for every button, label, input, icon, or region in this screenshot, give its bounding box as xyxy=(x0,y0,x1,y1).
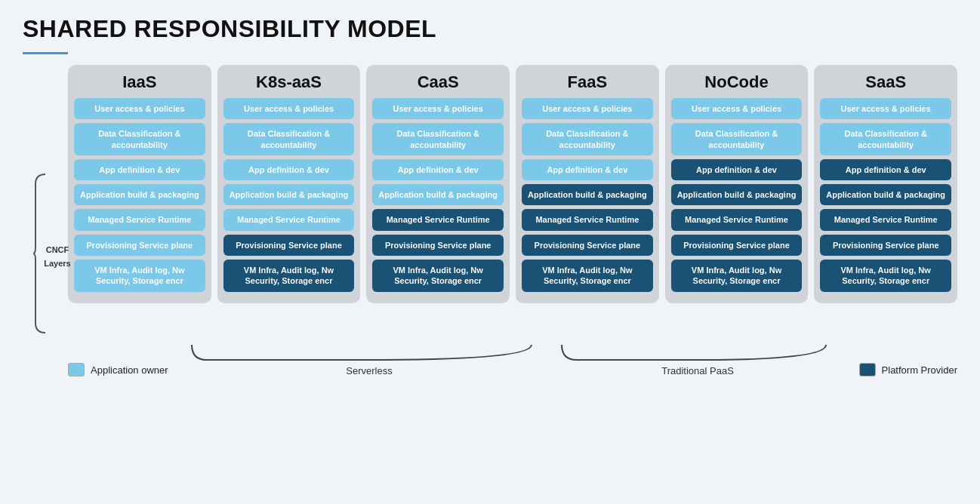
cell-faas-0: User access & policies xyxy=(522,98,653,119)
cell-k8saas-5: Provisioning Service plane xyxy=(223,235,355,256)
platform-provider-color xyxy=(859,363,876,376)
cell-faas-2: App definition & dev xyxy=(522,159,653,180)
app-owner-color xyxy=(68,363,85,376)
cell-k8saas-1: Data Classification & accountability xyxy=(223,123,355,155)
column-iaas: IaaSUser access & policiesData Classific… xyxy=(68,65,211,303)
cell-faas-5: Provisioning Service plane xyxy=(522,235,653,256)
cell-nocode-2: App definition & dev xyxy=(671,159,803,180)
cell-k8saas-0: User access & policies xyxy=(223,98,355,119)
column-caas: CaaSUser access & policiesData Classific… xyxy=(366,65,510,303)
accent-line xyxy=(23,52,68,54)
col-title-nocode: NoCode xyxy=(704,72,768,92)
col-title-saas: SaaS xyxy=(865,72,906,92)
cell-caas-5: Provisioning Service plane xyxy=(372,235,504,256)
cell-iaas-5: Provisioning Service plane xyxy=(74,235,205,256)
cell-caas-4: Managed Service Runtime xyxy=(372,209,504,230)
legend-left: Application owner xyxy=(68,363,184,376)
column-faas: FaaSUser access & policiesData Classific… xyxy=(516,65,659,303)
cell-iaas-0: User access & policies xyxy=(74,98,205,119)
cell-faas-1: Data Classification & accountability xyxy=(522,123,653,155)
cell-saas-0: User access & policies xyxy=(820,98,951,119)
legend-right: Platform Provider xyxy=(841,363,957,376)
cell-faas-4: Managed Service Runtime xyxy=(522,209,653,230)
cell-iaas-4: Managed Service Runtime xyxy=(74,209,205,230)
legend-platform-provider: Platform Provider xyxy=(859,363,957,376)
cell-caas-3: Application build & packaging xyxy=(372,184,504,205)
cncf-brace: CNCFLayers xyxy=(32,171,51,337)
cell-saas-3: Application build & packaging xyxy=(820,184,951,205)
cell-iaas-1: Data Classification & accountability xyxy=(74,123,205,155)
cell-nocode-4: Managed Service Runtime xyxy=(671,209,803,230)
cell-k8saas-2: App definition & dev xyxy=(223,159,355,180)
col-title-faas: FaaS xyxy=(568,72,608,92)
cell-iaas-2: App definition & dev xyxy=(74,159,205,180)
cell-iaas-6: VM Infra, Audit log, Nw Security, Storag… xyxy=(74,260,205,292)
cell-nocode-0: User access & policies xyxy=(671,98,803,119)
cell-iaas-3: Application build & packaging xyxy=(74,184,205,205)
serverless-brace-svg xyxy=(184,341,554,364)
cell-k8saas-6: VM Infra, Audit log, Nw Security, Storag… xyxy=(223,260,355,292)
cell-k8saas-3: Application build & packaging xyxy=(223,184,355,205)
bottom-area: Application owner Serverless Traditional… xyxy=(23,341,957,376)
cell-saas-6: VM Infra, Audit log, Nw Security, Storag… xyxy=(820,260,951,292)
col-title-iaas: IaaS xyxy=(122,72,156,92)
cell-faas-3: Application build & packaging xyxy=(522,184,653,205)
columns-wrapper: IaaSUser access & policiesData Classific… xyxy=(68,65,957,303)
platform-provider-label: Platform Provider xyxy=(882,364,957,376)
traditional-paas-bracket-area: Traditional PaaS xyxy=(554,341,841,376)
page-title: SHARED RESPONSIBILITY MODEL xyxy=(23,15,957,43)
col-title-caas: CaaS xyxy=(418,72,459,92)
cncf-label: CNCFLayers xyxy=(23,171,60,337)
traditional-paas-label: Traditional PaaS xyxy=(661,365,734,376)
cell-caas-1: Data Classification & accountability xyxy=(372,123,504,155)
cell-caas-2: App definition & dev xyxy=(372,159,504,180)
column-saas: SaaSUser access & policiesData Classific… xyxy=(814,65,957,303)
column-k8saas: K8s-aaSUser access & policiesData Classi… xyxy=(217,65,361,303)
cell-faas-6: VM Infra, Audit log, Nw Security, Storag… xyxy=(522,260,653,292)
cell-nocode-1: Data Classification & accountability xyxy=(671,123,803,155)
column-nocode: NoCodeUser access & policiesData Classif… xyxy=(665,65,809,303)
cell-nocode-6: VM Infra, Audit log, Nw Security, Storag… xyxy=(671,260,803,292)
cell-nocode-5: Provisioning Service plane xyxy=(671,235,803,256)
cell-saas-4: Managed Service Runtime xyxy=(820,209,951,230)
cell-k8saas-4: Managed Service Runtime xyxy=(223,209,355,230)
cncf-text: CNCFLayers xyxy=(44,245,70,268)
traditional-brace-svg xyxy=(554,341,841,364)
col-title-k8saas: K8s-aaS xyxy=(256,72,322,92)
cell-saas-2: App definition & dev xyxy=(820,159,951,180)
cell-caas-6: VM Infra, Audit log, Nw Security, Storag… xyxy=(372,260,504,292)
cell-nocode-3: Application build & packaging xyxy=(671,184,803,205)
cell-saas-5: Provisioning Service plane xyxy=(820,235,951,256)
app-owner-label: Application owner xyxy=(91,364,168,376)
cell-saas-1: Data Classification & accountability xyxy=(820,123,951,155)
cell-caas-0: User access & policies xyxy=(372,98,504,119)
serverless-label: Serverless xyxy=(346,365,392,376)
legend-app-owner: Application owner xyxy=(68,363,184,376)
serverless-bracket-area: Serverless xyxy=(184,341,554,376)
main-content: CNCFLayers IaaSUser access & policiesDat… xyxy=(23,65,957,337)
